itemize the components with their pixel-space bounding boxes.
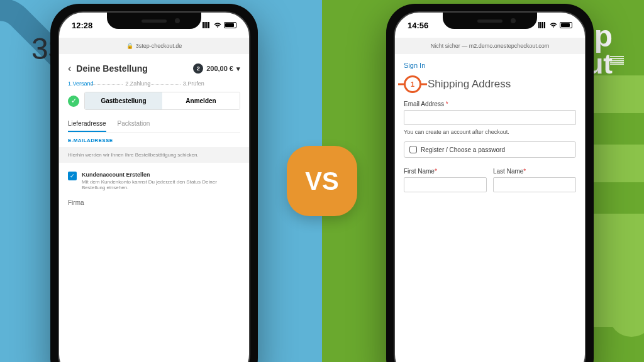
address-tabs: Lieferadresse Packstation xyxy=(68,116,240,133)
status-time: 14:56 xyxy=(408,21,428,30)
checkout-steps: 1.Versand 2.Zahlung 3.Prüfen xyxy=(68,80,240,87)
register-row[interactable]: Register / Choose a password xyxy=(404,141,576,158)
firma-label: Firma xyxy=(68,199,240,206)
url-text: Nicht sicher — m2.demo.onestepcheckout.c… xyxy=(431,43,550,49)
lastname-label: Last Name* xyxy=(493,168,576,175)
cart-amount: 200,00 € xyxy=(206,65,233,72)
login-button[interactable]: Anmelden xyxy=(162,92,240,109)
cart-count-badge: 2 xyxy=(193,63,203,74)
right-panel: 1 neStep Checkout 14:56 xyxy=(322,0,644,362)
status-time: 12:28 xyxy=(72,21,92,30)
page-title: Deine Bestellung xyxy=(76,63,188,74)
email-section-label: E-MAILADRESSE xyxy=(68,138,240,143)
left-panel: 3StepCheckout 12:28 🔒 3ste xyxy=(0,0,322,362)
guest-button[interactable]: Gastbestellung xyxy=(85,92,162,109)
signal-icon xyxy=(203,22,211,28)
status-icons xyxy=(203,21,236,30)
chevron-down-icon: ▾ xyxy=(236,65,240,73)
create-account-title: Kundenaccount Erstellen xyxy=(82,172,240,178)
url-text: 3step-checkout.de xyxy=(136,43,182,49)
step-pruefen[interactable]: 3.Prüfen xyxy=(183,80,240,87)
vs-badge: VS xyxy=(287,146,357,216)
register-label: Register / Choose a password xyxy=(421,146,505,153)
wifi-icon xyxy=(213,21,222,30)
tab-packstation[interactable]: Packstation xyxy=(118,116,150,132)
email-hint: Hierhin werden wir Ihnen Ihre Bestellbes… xyxy=(59,147,249,163)
firstname-label: First Name* xyxy=(404,168,487,175)
brand-dots-icon xyxy=(610,56,624,65)
battery-icon xyxy=(224,22,236,28)
phone-mockup-right: 14:56 Nicht sicher — m2.demo.onestepchec… xyxy=(386,4,594,362)
section-title: Shipping Address xyxy=(428,78,511,90)
signal-icon xyxy=(538,22,547,28)
lastname-input[interactable] xyxy=(493,177,576,192)
register-checkbox[interactable] xyxy=(409,146,417,153)
create-account-desc: Mit dem Kundenkonto kannst Du jederzeit … xyxy=(82,179,240,190)
step-versand[interactable]: 1.Versand xyxy=(68,80,125,87)
lock-icon: 🔒 xyxy=(126,43,133,49)
url-bar: 🔒 3step-checkout.de xyxy=(59,38,249,54)
back-icon[interactable]: ‹ xyxy=(68,63,71,74)
wifi-icon xyxy=(549,21,558,30)
status-icons xyxy=(538,21,572,30)
email-input[interactable] xyxy=(404,110,576,125)
url-bar: Nicht sicher — m2.demo.onestepcheckout.c… xyxy=(395,38,585,54)
firstname-input[interactable] xyxy=(404,177,487,192)
tab-lieferadresse[interactable]: Lieferadresse xyxy=(68,116,106,132)
email-label: Email Address * xyxy=(404,101,576,107)
sign-in-link[interactable]: Sign In xyxy=(404,62,576,69)
cart-total[interactable]: 2 200,00 € ▾ xyxy=(193,63,240,74)
step-number-icon: 1 xyxy=(404,75,421,93)
check-icon: ✓ xyxy=(68,96,79,107)
phone-notch xyxy=(107,13,201,29)
guest-login-toggle: Gastbestellung Anmelden xyxy=(84,92,240,110)
battery-icon xyxy=(560,22,572,28)
create-account-checkbox[interactable]: ✓ xyxy=(68,172,77,180)
phone-notch xyxy=(443,13,537,29)
phone-mockup-left: 12:28 🔒 3step-checkout.de ‹ xyxy=(50,4,258,362)
step-zahlung[interactable]: 2.Zahlung xyxy=(125,80,182,87)
account-note: You can create an account after checkout… xyxy=(404,129,576,135)
